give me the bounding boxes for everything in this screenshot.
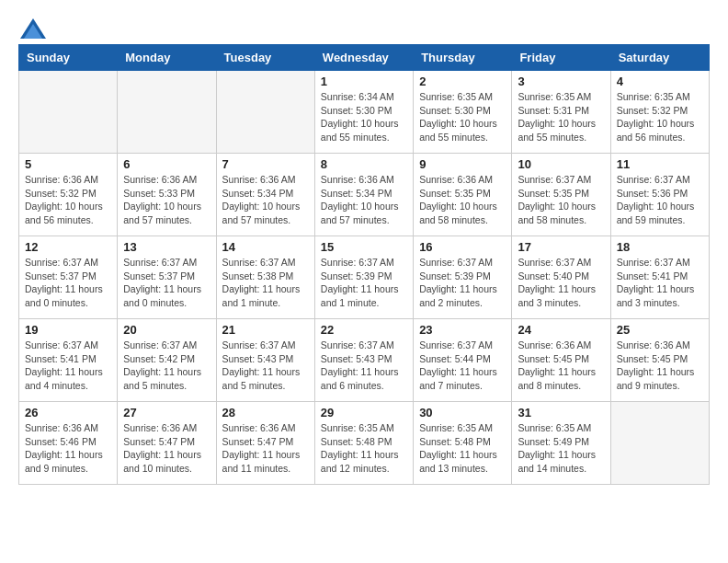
calendar-day-cell: 4Sunrise: 6:35 AM Sunset: 5:32 PM Daylig…	[610, 71, 709, 154]
day-info: Sunrise: 6:35 AM Sunset: 5:48 PM Dayligh…	[321, 421, 407, 476]
day-info: Sunrise: 6:35 AM Sunset: 5:31 PM Dayligh…	[518, 90, 604, 144]
calendar-day-cell	[610, 402, 709, 485]
calendar-day-cell: 30Sunrise: 6:35 AM Sunset: 5:48 PM Dayli…	[414, 402, 512, 485]
calendar-day-cell: 2Sunrise: 6:35 AM Sunset: 5:30 PM Daylig…	[414, 71, 512, 154]
day-info: Sunrise: 6:35 AM Sunset: 5:48 PM Dayligh…	[419, 421, 506, 476]
day-number: 29	[321, 406, 407, 419]
weekday-header-thursday: Thursday	[414, 45, 512, 71]
calendar-day-cell: 14Sunrise: 6:37 AM Sunset: 5:38 PM Dayli…	[216, 236, 314, 319]
calendar-day-cell: 22Sunrise: 6:37 AM Sunset: 5:43 PM Dayli…	[314, 319, 413, 402]
day-number: 20	[123, 323, 210, 337]
calendar-day-cell: 18Sunrise: 6:37 AM Sunset: 5:41 PM Dayli…	[610, 236, 709, 319]
day-info: Sunrise: 6:37 AM Sunset: 5:41 PM Dayligh…	[617, 256, 703, 310]
weekday-header-sunday: Sunday	[19, 45, 118, 71]
calendar-day-cell: 28Sunrise: 6:36 AM Sunset: 5:47 PM Dayli…	[216, 402, 314, 485]
day-number: 3	[518, 75, 604, 88]
calendar-week-row: 5Sunrise: 6:36 AM Sunset: 5:32 PM Daylig…	[19, 154, 710, 236]
calendar-day-cell	[118, 71, 216, 154]
day-info: Sunrise: 6:37 AM Sunset: 5:39 PM Dayligh…	[419, 256, 506, 310]
day-number: 17	[518, 240, 604, 254]
calendar-day-cell: 9Sunrise: 6:36 AM Sunset: 5:35 PM Daylig…	[414, 154, 512, 236]
day-number: 7	[222, 157, 309, 171]
day-info: Sunrise: 6:37 AM Sunset: 5:42 PM Dayligh…	[123, 339, 210, 393]
weekday-header-monday: Monday	[118, 45, 216, 71]
day-info: Sunrise: 6:36 AM Sunset: 5:34 PM Dayligh…	[321, 173, 407, 227]
calendar-day-cell: 1Sunrise: 6:34 AM Sunset: 5:30 PM Daylig…	[314, 71, 413, 154]
day-info: Sunrise: 6:35 AM Sunset: 5:32 PM Dayligh…	[617, 90, 703, 144]
calendar-day-cell: 17Sunrise: 6:37 AM Sunset: 5:40 PM Dayli…	[512, 236, 610, 319]
day-info: Sunrise: 6:36 AM Sunset: 5:46 PM Dayligh…	[25, 421, 111, 476]
day-info: Sunrise: 6:37 AM Sunset: 5:39 PM Dayligh…	[321, 256, 407, 310]
calendar-day-cell: 31Sunrise: 6:35 AM Sunset: 5:49 PM Dayli…	[512, 402, 610, 485]
calendar-day-cell: 15Sunrise: 6:37 AM Sunset: 5:39 PM Dayli…	[314, 236, 413, 319]
calendar-week-row: 26Sunrise: 6:36 AM Sunset: 5:46 PM Dayli…	[19, 402, 710, 485]
calendar-week-row: 19Sunrise: 6:37 AM Sunset: 5:41 PM Dayli…	[19, 319, 710, 402]
day-number: 10	[518, 157, 604, 171]
day-info: Sunrise: 6:35 AM Sunset: 5:30 PM Dayligh…	[419, 90, 506, 144]
day-number: 1	[321, 75, 407, 88]
day-info: Sunrise: 6:37 AM Sunset: 5:37 PM Dayligh…	[25, 256, 111, 310]
day-info: Sunrise: 6:36 AM Sunset: 5:45 PM Dayligh…	[518, 339, 604, 393]
calendar-day-cell: 24Sunrise: 6:36 AM Sunset: 5:45 PM Dayli…	[512, 319, 610, 402]
calendar-day-cell: 23Sunrise: 6:37 AM Sunset: 5:44 PM Dayli…	[414, 319, 512, 402]
day-info: Sunrise: 6:36 AM Sunset: 5:32 PM Dayligh…	[25, 173, 111, 227]
day-number: 13	[123, 240, 210, 254]
calendar-day-cell: 3Sunrise: 6:35 AM Sunset: 5:31 PM Daylig…	[512, 71, 610, 154]
day-info: Sunrise: 6:37 AM Sunset: 5:43 PM Dayligh…	[222, 339, 309, 393]
calendar-day-cell: 21Sunrise: 6:37 AM Sunset: 5:43 PM Dayli…	[216, 319, 314, 402]
day-number: 28	[222, 406, 309, 419]
calendar-day-cell: 27Sunrise: 6:36 AM Sunset: 5:47 PM Dayli…	[118, 402, 216, 485]
day-number: 31	[518, 406, 604, 419]
calendar-day-cell: 5Sunrise: 6:36 AM Sunset: 5:32 PM Daylig…	[19, 154, 118, 236]
day-number: 18	[617, 240, 703, 254]
day-info: Sunrise: 6:37 AM Sunset: 5:35 PM Dayligh…	[518, 173, 604, 227]
calendar-day-cell: 7Sunrise: 6:36 AM Sunset: 5:34 PM Daylig…	[216, 154, 314, 236]
day-number: 22	[321, 323, 407, 337]
day-number: 23	[419, 323, 506, 337]
calendar-day-cell: 6Sunrise: 6:36 AM Sunset: 5:33 PM Daylig…	[118, 154, 216, 236]
day-number: 14	[222, 240, 309, 254]
day-number: 5	[25, 157, 111, 171]
weekday-header-friday: Friday	[512, 45, 610, 71]
calendar-day-cell: 26Sunrise: 6:36 AM Sunset: 5:46 PM Dayli…	[19, 402, 118, 485]
day-info: Sunrise: 6:37 AM Sunset: 5:43 PM Dayligh…	[321, 339, 407, 393]
day-number: 15	[321, 240, 407, 254]
day-number: 30	[419, 406, 506, 419]
day-info: Sunrise: 6:37 AM Sunset: 5:36 PM Dayligh…	[617, 173, 703, 227]
day-info: Sunrise: 6:36 AM Sunset: 5:47 PM Dayligh…	[123, 421, 210, 476]
day-number: 25	[617, 323, 703, 337]
day-number: 21	[222, 323, 309, 337]
day-info: Sunrise: 6:36 AM Sunset: 5:47 PM Dayligh…	[222, 421, 309, 476]
calendar-week-row: 1Sunrise: 6:34 AM Sunset: 5:30 PM Daylig…	[19, 71, 710, 154]
day-number: 8	[321, 157, 407, 171]
calendar-day-cell	[216, 71, 314, 154]
weekday-header-tuesday: Tuesday	[216, 45, 314, 71]
calendar-day-cell: 12Sunrise: 6:37 AM Sunset: 5:37 PM Dayli…	[19, 236, 118, 319]
calendar-day-cell: 20Sunrise: 6:37 AM Sunset: 5:42 PM Dayli…	[118, 319, 216, 402]
day-info: Sunrise: 6:37 AM Sunset: 5:38 PM Dayligh…	[222, 256, 309, 310]
day-number: 16	[419, 240, 506, 254]
day-info: Sunrise: 6:36 AM Sunset: 5:45 PM Dayligh…	[617, 339, 703, 393]
weekday-header-wednesday: Wednesday	[314, 45, 413, 71]
day-info: Sunrise: 6:37 AM Sunset: 5:37 PM Dayligh…	[123, 256, 210, 310]
day-info: Sunrise: 6:36 AM Sunset: 5:35 PM Dayligh…	[419, 173, 506, 227]
day-number: 24	[518, 323, 604, 337]
day-info: Sunrise: 6:36 AM Sunset: 5:34 PM Dayligh…	[222, 173, 309, 227]
day-number: 11	[617, 157, 703, 171]
day-info: Sunrise: 6:37 AM Sunset: 5:41 PM Dayligh…	[25, 339, 111, 393]
calendar-day-cell: 11Sunrise: 6:37 AM Sunset: 5:36 PM Dayli…	[610, 154, 709, 236]
page-header	[18, 18, 710, 35]
calendar-week-row: 12Sunrise: 6:37 AM Sunset: 5:37 PM Dayli…	[19, 236, 710, 319]
day-number: 27	[123, 406, 210, 419]
calendar-day-cell	[19, 71, 118, 154]
calendar-day-cell: 10Sunrise: 6:37 AM Sunset: 5:35 PM Dayli…	[512, 154, 610, 236]
day-number: 9	[419, 157, 506, 171]
calendar-day-cell: 16Sunrise: 6:37 AM Sunset: 5:39 PM Dayli…	[414, 236, 512, 319]
day-info: Sunrise: 6:37 AM Sunset: 5:40 PM Dayligh…	[518, 256, 604, 310]
logo	[18, 18, 46, 35]
day-info: Sunrise: 6:35 AM Sunset: 5:49 PM Dayligh…	[518, 421, 604, 476]
calendar-table: SundayMondayTuesdayWednesdayThursdayFrid…	[18, 44, 710, 485]
calendar-day-cell: 25Sunrise: 6:36 AM Sunset: 5:45 PM Dayli…	[610, 319, 709, 402]
calendar-day-cell: 19Sunrise: 6:37 AM Sunset: 5:41 PM Dayli…	[19, 319, 118, 402]
day-info: Sunrise: 6:37 AM Sunset: 5:44 PM Dayligh…	[419, 339, 506, 393]
